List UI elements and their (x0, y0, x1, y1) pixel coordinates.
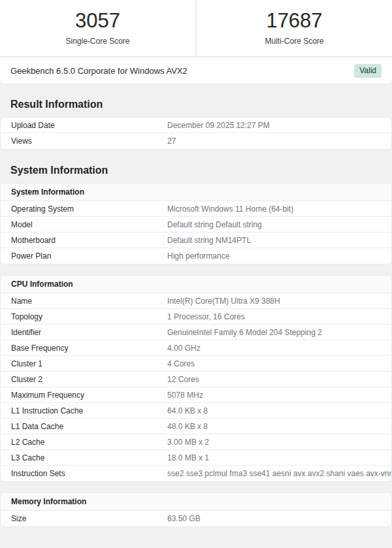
valid-status-badge: Valid (354, 64, 382, 78)
row-label: Cluster 2 (1, 375, 167, 384)
row-value: 18.0 MB x 1 (167, 453, 220, 462)
row-value: GenuineIntel Family 6 Model 204 Stepping… (167, 328, 333, 337)
row-value: 3.00 MB x 2 (167, 438, 220, 447)
table-row: Upload DateDecember 09 2025 12:27 PM (1, 118, 391, 133)
table-row: Maximum Frequency5078 MHz (1, 387, 391, 403)
table-row: L1 Instruction Cache64.0 KB x 8 (1, 403, 391, 419)
row-label: Upload Date (1, 121, 167, 130)
row-value: Default string NM14PTL (167, 236, 261, 245)
row-label: Motherboard (1, 236, 167, 245)
row-label: Cluster 1 (1, 359, 167, 368)
row-value: 4.00 GHz (167, 344, 211, 353)
row-label: Instruction Sets (1, 469, 167, 478)
row-label: Name (1, 297, 167, 306)
table-row: Operating SystemMicrosoft Windows 11 Hom… (1, 201, 391, 217)
row-value: 5078 MHz (167, 391, 214, 400)
table-row: MotherboardDefault string NM14PTL (1, 233, 391, 248)
row-value: 64.0 KB x 8 (167, 406, 218, 415)
benchmark-version-text: Geekbench 6.5.0 Corporate for Windows AV… (10, 66, 188, 76)
table-row: Power PlanHigh performance (1, 248, 391, 264)
table-row: Size63.50 GB (1, 511, 391, 526)
table-row: L2 Cache3.00 MB x 2 (1, 434, 391, 450)
row-label: Maximum Frequency (1, 391, 167, 400)
row-value: 48.0 KB x 8 (167, 422, 218, 431)
info-table: Upload DateDecember 09 2025 12:27 PMView… (0, 117, 392, 150)
row-label: L3 Cache (1, 453, 167, 462)
version-bar: Geekbench 6.5.0 Corporate for Windows AV… (0, 57, 392, 84)
info-table: System InformationOperating SystemMicros… (0, 183, 392, 265)
single-core-score-card: 3057 Single-Core Score (0, 0, 197, 56)
table-header: CPU Information (1, 276, 391, 293)
multi-core-score-value: 17687 (266, 10, 322, 31)
table-row: Instruction Setssse2 sse3 pclmul fma3 ss… (1, 466, 391, 481)
row-label: Topology (1, 312, 167, 321)
score-summary: 3057 Single-Core Score 17687 Multi-Core … (0, 0, 392, 57)
row-value: Intel(R) Core(TM) Ultra X9 388H (167, 297, 291, 306)
row-label: Size (1, 514, 167, 523)
table-header: System Information (1, 184, 391, 201)
table-row: L3 Cache18.0 MB x 1 (1, 450, 391, 466)
row-value: High performance (167, 251, 240, 261)
row-value: Microsoft Windows 11 Home (64-bit) (167, 204, 304, 214)
row-label: L1 Instruction Cache (1, 406, 167, 415)
row-label: L1 Data Cache (1, 422, 167, 431)
info-table: CPU InformationNameIntel(R) Core(TM) Ult… (0, 275, 392, 482)
row-label: Views (1, 137, 167, 146)
table-header: Memory Information (1, 493, 391, 511)
row-label: Power Plan (1, 251, 167, 261)
single-core-score-value: 3057 (75, 10, 120, 31)
info-table: Memory InformationSize63.50 GB (0, 492, 392, 527)
row-value: Default string Default string (167, 220, 272, 229)
row-value: sse2 sse3 pclmul fma3 sse41 aesni avx av… (167, 469, 392, 478)
multi-core-score-card: 17687 Multi-Core Score (197, 0, 392, 56)
section-heading: Result Information (10, 99, 382, 110)
result-sections: Result InformationUpload DateDecember 09… (0, 99, 392, 527)
table-row: ModelDefault string Default string (1, 217, 391, 233)
row-label: Model (1, 220, 167, 229)
table-row: Cluster 212 Cores (1, 372, 391, 387)
section-heading: System Information (10, 165, 382, 176)
row-label: L2 Cache (1, 438, 167, 447)
row-value: December 09 2025 12:27 PM (167, 121, 280, 130)
row-value: 63.50 GB (167, 514, 211, 523)
table-row: Views27 (1, 133, 391, 149)
row-label: Base Frequency (1, 344, 167, 353)
row-label: Identifier (1, 328, 167, 337)
table-row: Topology1 Processor, 16 Cores (1, 309, 391, 325)
row-value: 27 (167, 137, 186, 146)
multi-core-score-label: Multi-Core Score (265, 37, 323, 46)
row-value: 12 Cores (167, 375, 210, 384)
row-value: 1 Processor, 16 Cores (167, 312, 255, 321)
row-value: 4 Cores (167, 359, 205, 368)
row-label: Operating System (1, 204, 167, 214)
table-row: IdentifierGenuineIntel Family 6 Model 20… (1, 325, 391, 340)
table-row: Base Frequency4.00 GHz (1, 340, 391, 356)
table-row: Cluster 14 Cores (1, 356, 391, 372)
table-row: L1 Data Cache48.0 KB x 8 (1, 419, 391, 434)
table-row: NameIntel(R) Core(TM) Ultra X9 388H (1, 293, 391, 309)
single-core-score-label: Single-Core Score (65, 37, 129, 46)
